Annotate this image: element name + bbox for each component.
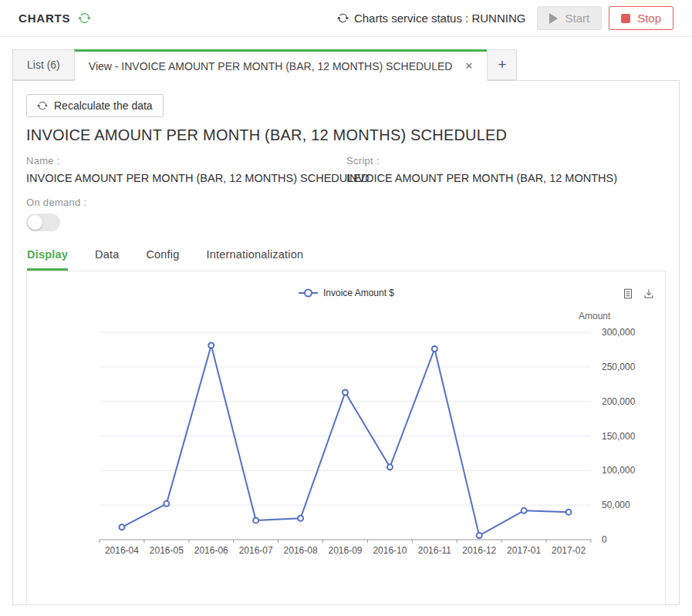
- tab-data[interactable]: Data: [95, 248, 119, 271]
- on-demand-toggle[interactable]: [26, 214, 60, 231]
- add-tab-button[interactable]: +: [487, 49, 517, 80]
- svg-text:250,000: 250,000: [602, 362, 636, 372]
- svg-text:2016-10: 2016-10: [373, 545, 407, 556]
- service-status-text: Charts service status : RUNNING: [354, 12, 526, 25]
- tab-list-label: List (6): [27, 59, 60, 71]
- svg-text:2016-07: 2016-07: [239, 545, 273, 556]
- svg-text:50,000: 50,000: [602, 500, 630, 510]
- tab-strip: List (6) View - INVOICE AMOUNT PER MONTH…: [12, 49, 680, 80]
- svg-text:2016-06: 2016-06: [194, 545, 228, 556]
- svg-text:2016-05: 2016-05: [150, 545, 184, 556]
- chart-container: Invoice Amount $ 2016-042016-052016-0620…: [26, 271, 666, 605]
- stop-button-label: Stop: [637, 12, 661, 25]
- legend-item[interactable]: Invoice Amount $: [27, 288, 665, 298]
- svg-text:2017-02: 2017-02: [552, 545, 586, 556]
- name-value: INVOICE AMOUNT PER MONTH (BAR, 12 MONTHS…: [26, 172, 346, 184]
- chart-toolbox: [622, 288, 655, 300]
- download-icon[interactable]: [643, 288, 655, 300]
- svg-text:Amount: Amount: [579, 311, 611, 321]
- page-title: INVOICE AMOUNT PER MONTH (BAR, 12 MONTHS…: [26, 126, 666, 144]
- legend-label: Invoice Amount $: [323, 288, 394, 298]
- on-demand-label: On demand :: [26, 197, 666, 208]
- line-chart-svg[interactable]: 2016-042016-052016-062016-072016-082016-…: [27, 271, 665, 604]
- svg-text:200,000: 200,000: [602, 396, 636, 407]
- svg-text:150,000: 150,000: [602, 431, 636, 442]
- name-label: Name :: [26, 155, 346, 167]
- app-title: CHARTS: [19, 12, 70, 25]
- recalculate-label: Recalculate the data: [54, 99, 153, 112]
- start-button-label: Start: [565, 12, 589, 25]
- refresh-icon[interactable]: [78, 12, 91, 25]
- play-icon: [549, 13, 558, 24]
- toggle-knob: [28, 215, 42, 230]
- subtab-bar: Display Data Config Internationalization: [26, 248, 666, 271]
- svg-text:2016-09: 2016-09: [328, 545, 362, 556]
- app-header: CHARTS Charts service status : RUNNING S…: [0, 0, 692, 37]
- svg-text:2016-08: 2016-08: [284, 545, 318, 556]
- svg-text:2016-04: 2016-04: [105, 545, 139, 556]
- svg-text:2016-12: 2016-12: [462, 545, 496, 556]
- view-panel: Recalculate the data INVOICE AMOUNT PER …: [12, 80, 680, 605]
- data-view-icon[interactable]: [622, 288, 634, 300]
- tab-view-active[interactable]: View - INVOICE AMOUNT PER MONTH (BAR, 12…: [74, 49, 488, 81]
- stop-button[interactable]: Stop: [609, 6, 673, 30]
- tab-list[interactable]: List (6): [12, 49, 75, 80]
- tab-internationalization[interactable]: Internationalization: [207, 248, 304, 271]
- recalculate-refresh-icon: [37, 100, 48, 111]
- tab-view-label: View - INVOICE AMOUNT PER MONTH (BAR, 12…: [89, 60, 453, 72]
- legend-line-marker-icon: [298, 288, 319, 298]
- recalculate-button[interactable]: Recalculate the data: [26, 94, 164, 117]
- svg-text:0: 0: [602, 534, 607, 545]
- script-value: INVOICE AMOUNT PER MONTH (BAR, 12 MONTHS…: [346, 172, 617, 184]
- tab-display[interactable]: Display: [27, 248, 68, 271]
- svg-text:2016-11: 2016-11: [418, 545, 451, 556]
- close-icon[interactable]: ✕: [464, 60, 473, 72]
- svg-text:2017-01: 2017-01: [507, 545, 541, 556]
- stop-icon: [621, 14, 630, 23]
- plus-icon: +: [498, 56, 506, 73]
- script-label: Script :: [346, 155, 617, 167]
- tab-config[interactable]: Config: [146, 248, 179, 271]
- status-refresh-icon[interactable]: [337, 12, 349, 24]
- svg-text:300,000: 300,000: [602, 327, 636, 338]
- svg-text:100,000: 100,000: [602, 465, 636, 476]
- start-button[interactable]: Start: [537, 6, 602, 30]
